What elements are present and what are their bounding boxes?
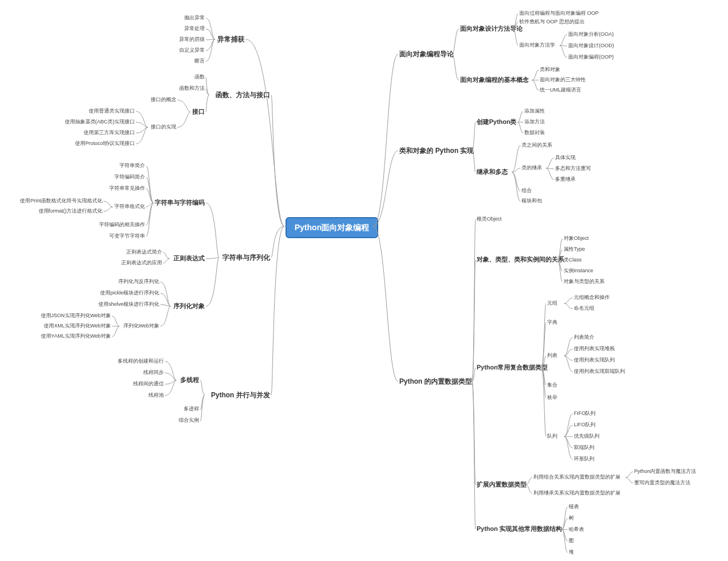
r-b2-c1-0: 添加属性 xyxy=(524,108,545,114)
r-b3-c3-d1-1: 命名元组 xyxy=(574,305,594,311)
l-b2-c1: 函数 xyxy=(195,74,205,80)
l-b2-c3-d2-2: 使用第三方库实现接口 xyxy=(84,130,135,136)
l-b2-c3-d2-0: 使用普通类实现接口 xyxy=(89,108,135,114)
r-b3-c3-d4: 集合 xyxy=(547,382,557,388)
r-b1-c1-d3-2: 面向对象编程(OOP) xyxy=(568,54,614,60)
r-b3-c3-d6: 队列 xyxy=(547,433,557,439)
l-b3-c2-0: 正则表达式简介 xyxy=(126,249,162,255)
r-b3-c3-d3: 列表 xyxy=(547,352,557,359)
r-b2: 类和对象的 Python 实现 xyxy=(399,147,474,155)
r-b1-c2-0: 类和对象 xyxy=(540,67,560,73)
l-b4-c1-1: 线程同步 xyxy=(143,369,164,376)
l-b2-c2: 函数和方法 xyxy=(179,85,205,92)
r-b3-c2-2: 类Class xyxy=(564,257,582,263)
r-b3: Python 的内置数据类型 xyxy=(399,377,472,385)
l-b4-c3: 综合实例 xyxy=(179,417,199,423)
r-b2-c1: 创建Python类 xyxy=(477,118,516,126)
l-b3-c3-d1: 序列化与反序列化 xyxy=(118,279,159,285)
l-b4-c1-3: 线程池 xyxy=(148,392,164,398)
r-b3-c5-1: 树 xyxy=(569,515,574,521)
root-node: Python面向对象编程 xyxy=(286,217,378,238)
r-b3-c1: 根类Object xyxy=(477,216,502,222)
r-b3-c5-4: 堆 xyxy=(569,549,574,555)
l-b4: Python 并行与并发 xyxy=(211,391,270,399)
r-b3-c5-2: 哈希表 xyxy=(569,526,584,533)
l-b1-4: 断言 xyxy=(195,58,205,64)
l-b2-c3: 接口 xyxy=(192,108,205,115)
r-b3-c3-d3-1: 使用列表实现堆栈 xyxy=(574,346,615,352)
r-b3-c2-1: 属性Type xyxy=(564,246,585,252)
l-b2-c3-d2: 接口的实现 xyxy=(151,124,176,130)
l-b1-2: 异常的层级 xyxy=(179,36,205,43)
l-b1-1: 异常处理 xyxy=(184,26,205,32)
r-b2-c2-d4: 模块和包 xyxy=(522,198,542,204)
r-b3-c2: 对象、类型、类和实例间的关系 xyxy=(477,256,564,263)
l-b4-c1-0: 多线程的创建和运行 xyxy=(118,358,164,364)
l-b1: 异常捕获 xyxy=(217,35,245,43)
r-b1-c1: 面向对象设计方法导论 xyxy=(460,25,523,32)
r-b3-c3-d6-4: 环形队列 xyxy=(574,456,594,462)
l-b2-c3-d2-1: 使用抽象基类(ABC类)实现接口 xyxy=(65,119,135,125)
r-b3-c3-d2: 字典 xyxy=(547,319,557,326)
r-b1-c2-2: 统一UML建模语言 xyxy=(540,87,581,93)
r-b3-c3-d3-2: 使用列表实现队列 xyxy=(574,357,615,363)
r-b3-c3: Python常用复合数据类型 xyxy=(477,364,548,371)
l-b4-c1-2: 线程间的通信 xyxy=(133,381,164,387)
r-b3-c3-d3-3: 使用列表实现双端队列 xyxy=(574,368,625,375)
r-b1-c1-d1: 面向过程编程与面向对象编程 OOP xyxy=(519,10,599,16)
l-b4-c1: 多线程 xyxy=(180,376,199,384)
l-b3-c1-d4-0: 使用Print函数格式化符号实现格式化 xyxy=(20,198,102,204)
r-b3-c4-d1-1: 重写内置类型的魔法方法 xyxy=(634,480,690,486)
l-b3-c2-1: 正则表达式的应用 xyxy=(121,260,162,266)
r-b1-c1-d3-1: 面向对象设计(OOD) xyxy=(568,43,614,49)
l-b3-c3: 序列化对象 xyxy=(173,302,205,310)
l-b3-c1-d3: 字符串常见操作 xyxy=(109,185,145,192)
l-b2-c3-d1: 接口的概念 xyxy=(151,97,176,103)
r-b3-c4-d2: 利用继承关系实现内置数据类型的扩展 xyxy=(533,490,621,496)
l-b3-c1-d4-1: 使用format()方法进行格式化 xyxy=(39,208,103,214)
r-b3-c4-d1: 利用组合关系实现内置数据类型的扩展 xyxy=(533,474,621,480)
r-b3-c3-d5: 枚举 xyxy=(547,394,557,401)
l-b3-c1-d1: 字符串简介 xyxy=(119,163,145,169)
r-b1-c1-d3-0: 面向对象分析(OOA) xyxy=(568,31,614,38)
r-b1: 面向对象编程导论 xyxy=(399,50,454,58)
l-b3-c3-d3: 使用shelve模块进行序列化 xyxy=(98,301,159,307)
r-b1-c1-d3: 面向对象方法学 xyxy=(519,42,555,48)
r-b3-c3-d6-3: 双端队列 xyxy=(574,444,594,451)
r-b3-c4: 扩展内置数据类型 xyxy=(477,481,527,488)
r-b3-c3-d1: 元组 xyxy=(547,300,557,306)
r-b3-c2-0: 对象Object xyxy=(564,235,589,242)
r-b1-c2-1: 面向对象的三大特性 xyxy=(540,77,586,83)
l-b3-c3-d4: 序列化Web对象 xyxy=(123,323,159,329)
r-b3-c3-d1-0: 元组概念和操作 xyxy=(574,294,610,301)
l-b1-3: 自定义异常 xyxy=(179,47,205,53)
l-b3-c2: 正则表达式 xyxy=(173,255,205,262)
r-b3-c5-3: 图 xyxy=(569,538,574,544)
l-b3-c1-d5: 字符编码的相关操作 xyxy=(99,222,145,228)
l-b3-c3-d4-1: 使用XML实现序列化Web对象 xyxy=(44,323,111,329)
l-b4-c2: 多进程 xyxy=(184,406,199,412)
r-b3-c3-d6-1: LIFO队列 xyxy=(574,422,595,428)
l-b2: 函数、方法与接口 xyxy=(216,91,270,99)
l-b3-c1-d6: 可变字节字符串 xyxy=(109,233,145,239)
l-b2-c3-d2-3: 使用Protocol协议实现接口 xyxy=(75,140,135,147)
r-b3-c3-d6-0: FIFO队列 xyxy=(574,410,596,417)
l-b3-c1-d4: 字符串格式化 xyxy=(114,203,145,210)
r-b2-c2: 继承和多态 xyxy=(477,168,508,176)
r-b2-c2-d1: 类之间的关系 xyxy=(522,142,552,148)
l-b3: 字符串与序列化 xyxy=(222,254,270,261)
l-b3-c3-d4-2: 使用YAML实现序列化Web对象 xyxy=(41,333,111,339)
l-b3-c3-d2: 使用pickle模块进行序列化 xyxy=(100,290,159,296)
l-b3-c1-d2: 字符编码简介 xyxy=(114,174,145,180)
r-b3-c5-0: 链表 xyxy=(569,504,579,510)
l-b1-0: 抛出异常 xyxy=(184,15,205,21)
r-b3-c3-d3-0: 列表简介 xyxy=(574,334,594,340)
r-b3-c2-4: 对象与类型的关系 xyxy=(564,279,605,285)
l-b3-c3-d4-0: 使用JSON实现序列化Web对象 xyxy=(41,313,111,319)
r-b1-c2: 面向对象编程的基本概念 xyxy=(460,76,529,84)
r-b2-c1-2: 数据封装 xyxy=(524,130,545,136)
r-b2-c2-d2-1: 多态和方法重写 xyxy=(555,165,591,172)
r-b2-c1-1: 添加方法 xyxy=(524,119,545,125)
r-b2-c2-d2-0: 具体实现 xyxy=(555,155,576,161)
r-b3-c3-d6-2: 优先级队列 xyxy=(574,433,599,439)
